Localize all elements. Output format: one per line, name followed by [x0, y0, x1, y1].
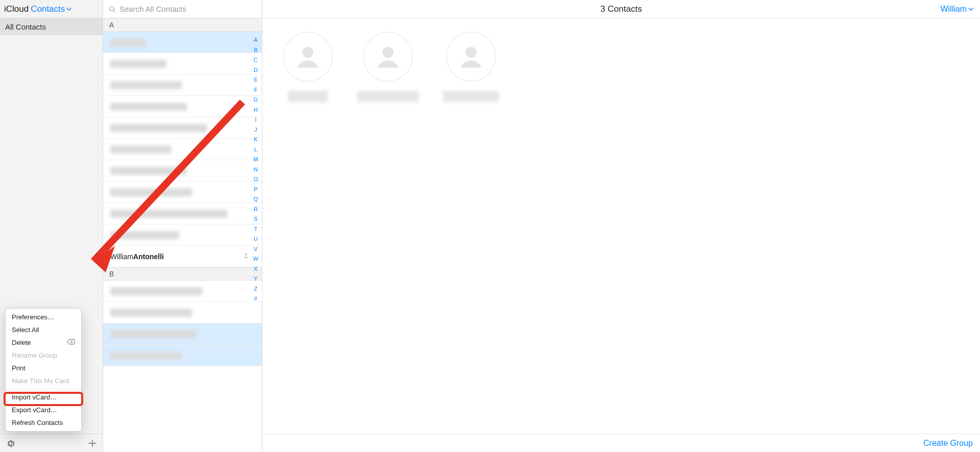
selection-count: 3 Contacts [600, 4, 642, 14]
group-all-contacts[interactable]: All Contacts [0, 18, 103, 36]
user-name: William [940, 5, 967, 14]
person-icon [293, 42, 323, 71]
alpha-index-letter[interactable]: S [254, 215, 257, 223]
breadcrumb: iCloud Contacts [0, 0, 103, 18]
alpha-index-letter[interactable]: N [254, 165, 258, 174]
redacted-name [110, 81, 182, 89]
alpha-index-letter[interactable]: M [253, 155, 258, 164]
gear-icon [5, 438, 15, 448]
avatar-placeholder [283, 32, 333, 82]
contact-row[interactable] [103, 203, 262, 224]
contact-row[interactable] [103, 224, 262, 246]
alpha-index-letter[interactable]: J [254, 125, 257, 134]
alpha-index-letter[interactable]: Y [254, 274, 257, 283]
redacted-name [110, 309, 192, 317]
redacted-name [357, 91, 419, 102]
alpha-index-letter[interactable]: B [254, 46, 257, 55]
alpha-index-letter[interactable]: X [254, 265, 257, 273]
contacts-column: AWilliam AntonelliB ABCDEFGHIJKLMNOPQRST… [103, 0, 262, 452]
redacted-name [110, 145, 172, 154]
gear-menu: Preferences…Select AllDeleteRename Group… [5, 308, 82, 432]
contact-row[interactable] [103, 302, 262, 323]
alpha-index-letter[interactable]: # [254, 294, 257, 303]
contacts-list[interactable]: AWilliam AntonelliB [103, 18, 262, 452]
settings-gear-button[interactable] [4, 437, 16, 449]
chevron-down-icon [66, 6, 72, 12]
menu-item-import-vcard[interactable]: Import vCard… [6, 391, 81, 404]
alpha-index: ABCDEFGHIJKLMNOPQRSTUVWXYZ# [252, 36, 260, 303]
menu-separator [6, 389, 81, 389]
add-button[interactable] [86, 437, 99, 449]
menu-item-refresh[interactable]: Refresh Contacts [6, 416, 81, 429]
breadcrumb-current[interactable]: Contacts [31, 4, 72, 14]
menu-item-rename-group: Rename Group [6, 349, 81, 362]
contact-row[interactable] [103, 281, 262, 302]
user-menu[interactable]: William [940, 5, 974, 14]
alpha-index-letter[interactable]: V [254, 245, 257, 254]
contact-last-name: Antonelli [133, 253, 164, 261]
redacted-name [110, 330, 197, 338]
redacted-name [443, 91, 499, 102]
svg-point-1 [245, 253, 248, 256]
sidebar: iCloud Contacts All Contacts Preferences… [0, 0, 103, 452]
menu-item-select-all[interactable]: Select All [6, 323, 81, 336]
alpha-index-letter[interactable]: Z [254, 285, 258, 293]
contact-row[interactable] [103, 74, 262, 96]
menu-item-label: Export vCard… [12, 406, 57, 414]
contact-row[interactable] [103, 160, 262, 182]
alpha-index-letter[interactable]: E [254, 76, 257, 84]
detail-pane: 3 Contacts William Create Group [262, 0, 980, 452]
alpha-index-letter[interactable]: F [254, 86, 258, 94]
alpha-index-letter[interactable]: T [254, 225, 258, 234]
contact-row[interactable] [103, 117, 262, 139]
alpha-index-letter[interactable]: H [254, 106, 258, 114]
selected-contacts-preview [283, 32, 960, 102]
contact-row[interactable] [103, 323, 262, 345]
alpha-index-letter[interactable]: W [253, 255, 258, 263]
contact-preview-card [443, 32, 499, 102]
avatar-placeholder [446, 32, 496, 82]
create-group-button[interactable]: Create Group [923, 439, 973, 448]
alpha-index-letter[interactable]: D [254, 66, 258, 74]
menu-item-label: Import vCard… [12, 393, 57, 401]
alpha-index-letter[interactable]: U [254, 235, 258, 243]
alpha-index-letter[interactable]: G [254, 95, 258, 104]
menu-item-preferences[interactable]: Preferences… [6, 311, 81, 323]
redacted-name [110, 60, 166, 68]
contact-row[interactable] [103, 182, 262, 203]
alpha-index-letter[interactable]: R [254, 205, 258, 214]
person-icon [456, 42, 486, 71]
alpha-index-letter[interactable]: K [254, 135, 257, 144]
menu-item-delete[interactable]: Delete [6, 336, 81, 349]
breadcrumb-root: iCloud [4, 4, 29, 14]
redacted-name [288, 91, 328, 102]
alpha-index-letter[interactable]: I [255, 115, 256, 124]
menu-item-print[interactable]: Print [6, 362, 81, 374]
contact-first-name: William [110, 253, 133, 261]
redacted-name [110, 103, 187, 111]
menu-item-label: Rename Group [12, 351, 57, 359]
search-icon [108, 5, 116, 13]
detail-header: 3 Contacts William [262, 0, 980, 18]
menu-item-label: Make This My Card [12, 377, 69, 385]
contact-row[interactable] [103, 32, 262, 53]
contact-row[interactable] [103, 345, 262, 366]
contact-row[interactable] [103, 139, 262, 160]
menu-item-export-vcard[interactable]: Export vCard… [6, 404, 81, 416]
alpha-index-letter[interactable]: L [254, 145, 257, 154]
contact-row[interactable] [103, 96, 262, 117]
alpha-index-letter[interactable]: Q [254, 195, 258, 204]
alpha-index-letter[interactable]: C [254, 56, 258, 64]
menu-item-label: Preferences… [12, 313, 54, 321]
search-input[interactable] [119, 5, 257, 13]
menu-item-label: Select All [12, 326, 39, 334]
alpha-index-letter[interactable]: O [254, 175, 258, 184]
redacted-name [110, 38, 146, 46]
contact-row[interactable]: William Antonelli [103, 246, 262, 267]
sidebar-bottom-toolbar [0, 434, 103, 452]
redacted-name [110, 210, 228, 218]
svg-point-2 [302, 47, 313, 58]
alpha-index-letter[interactable]: P [254, 185, 257, 194]
contact-row[interactable] [103, 53, 262, 74]
alpha-index-letter[interactable]: A [254, 36, 257, 44]
